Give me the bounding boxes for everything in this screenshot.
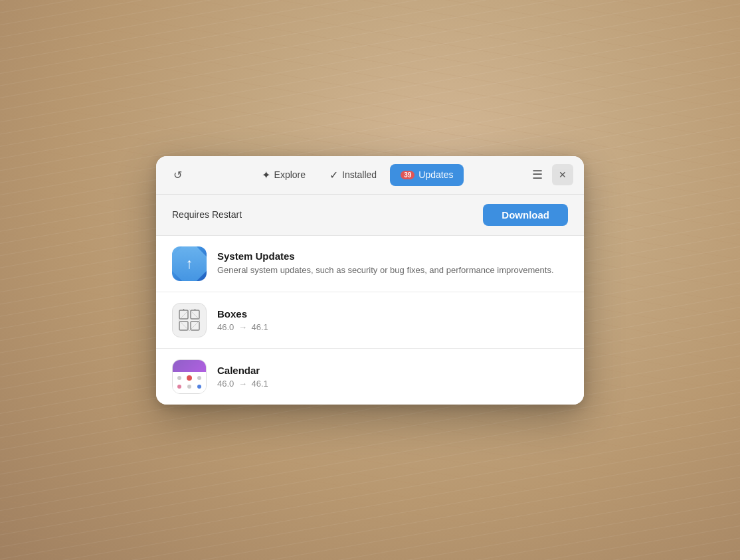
calendar-inner-icon bbox=[173, 360, 206, 393]
tab-updates-label: Updates bbox=[418, 169, 453, 180]
calendar-dot bbox=[197, 385, 201, 389]
content-area: Requires Restart Download ↑ System Updat… bbox=[156, 195, 584, 405]
requires-restart-bar: Requires Restart Download bbox=[156, 195, 584, 235]
svg-rect-3 bbox=[191, 322, 199, 330]
tab-explore[interactable]: ✦ Explore bbox=[251, 164, 316, 186]
version-arrow-icon: → bbox=[236, 379, 249, 389]
app-list: ↑ System Updates General system updates,… bbox=[156, 235, 584, 405]
app-version: 46.0 → 46.1 bbox=[217, 379, 568, 389]
calendar-dot bbox=[187, 385, 191, 389]
calendar-header bbox=[173, 360, 206, 372]
title-bar: ↺ ✦ Explore ✓ Installed 39 Updates ☰ bbox=[156, 156, 584, 195]
version-to: 46.1 bbox=[252, 322, 268, 332]
version-from: 46.0 bbox=[217, 322, 234, 332]
arrow-up-icon: ↑ bbox=[186, 256, 193, 271]
hamburger-icon: ☰ bbox=[532, 167, 543, 182]
calendar-dot bbox=[197, 376, 201, 380]
refresh-icon: ↺ bbox=[173, 169, 182, 181]
boxes-app-icon bbox=[172, 303, 207, 337]
system-updates-icon: ↑ bbox=[172, 246, 207, 281]
nav-tabs: ✦ Explore ✓ Installed 39 Updates bbox=[193, 164, 521, 186]
list-item: Boxes 46.0 → 46.1 bbox=[156, 292, 584, 349]
calendar-app-icon bbox=[172, 359, 207, 394]
calendar-info: Calendar 46.0 → 46.1 bbox=[217, 365, 568, 389]
version-arrow-icon: → bbox=[236, 322, 249, 332]
app-version: 46.0 → 46.1 bbox=[217, 322, 568, 332]
updates-badge: 39 bbox=[401, 171, 415, 179]
boxes-info: Boxes 46.0 → 46.1 bbox=[217, 308, 568, 332]
requires-restart-label: Requires Restart bbox=[172, 209, 242, 220]
tab-installed[interactable]: ✓ Installed bbox=[319, 164, 387, 186]
app-name: System Updates bbox=[217, 250, 568, 262]
installed-icon: ✓ bbox=[329, 169, 338, 181]
explore-icon: ✦ bbox=[262, 169, 270, 181]
download-button[interactable]: Download bbox=[483, 204, 568, 226]
menu-button[interactable]: ☰ bbox=[527, 164, 548, 185]
calendar-dot bbox=[177, 376, 181, 380]
refresh-button[interactable]: ↺ bbox=[167, 164, 188, 185]
app-name: Boxes bbox=[217, 308, 568, 320]
calendar-dot bbox=[187, 375, 192, 381]
version-to: 46.1 bbox=[252, 379, 268, 389]
svg-rect-0 bbox=[179, 310, 188, 319]
title-bar-actions: ☰ ✕ bbox=[527, 164, 573, 185]
tab-explore-label: Explore bbox=[274, 169, 306, 180]
svg-rect-2 bbox=[179, 322, 188, 330]
system-updates-info: System Updates General system updates, s… bbox=[217, 250, 568, 276]
list-item: Calendar 46.0 → 46.1 bbox=[156, 349, 584, 405]
version-from: 46.0 bbox=[217, 379, 234, 389]
tab-updates[interactable]: 39 Updates bbox=[390, 164, 464, 186]
close-button[interactable]: ✕ bbox=[552, 164, 573, 185]
boxes-inner-icon bbox=[177, 308, 202, 333]
dialog-overlay: ↺ ✦ Explore ✓ Installed 39 Updates ☰ bbox=[0, 0, 740, 560]
svg-rect-1 bbox=[191, 310, 199, 319]
list-item: ↑ System Updates General system updates,… bbox=[156, 236, 584, 292]
software-updates-dialog: ↺ ✦ Explore ✓ Installed 39 Updates ☰ bbox=[156, 156, 584, 405]
close-icon: ✕ bbox=[559, 169, 567, 180]
calendar-dot bbox=[177, 385, 181, 389]
tab-installed-label: Installed bbox=[342, 169, 377, 180]
app-description: General system updates, such as security… bbox=[217, 264, 568, 276]
app-name: Calendar bbox=[217, 365, 568, 376]
calendar-body bbox=[173, 372, 206, 393]
